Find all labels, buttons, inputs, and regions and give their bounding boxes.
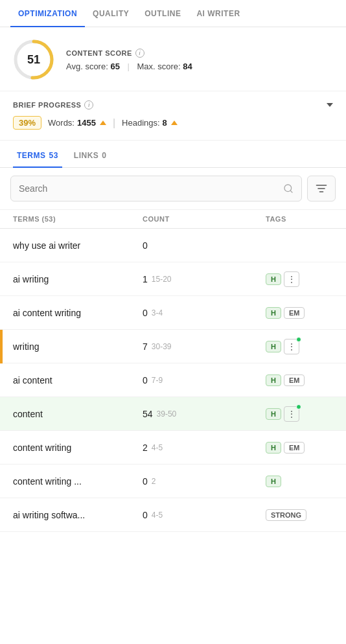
term-cell: why use ai writer (13, 240, 143, 251)
table-row: writing730-39H⋮ (0, 330, 346, 363)
term-cell: content (13, 409, 143, 419)
tag-em: EM (284, 307, 305, 319)
dots-menu-button[interactable]: ⋮ (284, 406, 299, 422)
nav-tabs: OPTIMIZATION QUALITY OUTLINE AI WRITER (0, 0, 346, 27)
brief-words-stat: Words: 1455 (48, 118, 106, 128)
tag-em: EM (284, 374, 305, 386)
table-row: content5439-50H⋮ (0, 397, 346, 431)
tags-cell: H⋮ (266, 271, 333, 287)
score-title: CONTENT SCORE i (66, 49, 333, 58)
count-cell: 04-5 (143, 510, 266, 520)
score-details: CONTENT SCORE i Avg. score: 65 | Max. sc… (66, 49, 333, 71)
tags-cell: STRONG (266, 509, 333, 521)
score-circle: 51 (13, 39, 54, 80)
score-number: 51 (27, 53, 40, 67)
brief-title: BRIEF PROGRESS i (13, 100, 93, 109)
tags-cell: H⋮ (266, 406, 333, 422)
table-row: ai writing115-20H⋮ (0, 262, 346, 296)
filter-button[interactable] (307, 176, 336, 201)
brief-progress-section: BRIEF PROGRESS i 39% Words: 1455 | Headi… (0, 91, 346, 141)
term-cell: content writing ... (13, 476, 143, 487)
tags-cell: H⋮ (266, 339, 333, 354)
table-row: ai content writing03-4HEM (0, 296, 346, 330)
svg-line-3 (290, 190, 292, 192)
tag-strong: STRONG (266, 509, 306, 521)
table-row: content writing ...02H (0, 465, 346, 498)
term-cell: writing (13, 341, 143, 352)
sub-tabs: TERMS 53 LINKS 0 (0, 143, 346, 168)
count-cell: 0 (143, 240, 266, 251)
tag-h: H (266, 273, 281, 285)
count-cell: 07-9 (143, 375, 266, 385)
tab-optimization[interactable]: OPTIMIZATION (10, 0, 85, 27)
table-row: why use ai writer0 (0, 229, 346, 262)
table-body: why use ai writer0ai writing115-20H⋮ai c… (0, 229, 346, 532)
brief-percentage-badge: 39% (13, 116, 41, 130)
headings-arrow-up-icon (171, 121, 178, 125)
sub-tab-links[interactable]: LINKS 0 (70, 143, 111, 168)
tab-outline[interactable]: OUTLINE (137, 0, 189, 27)
tag-h: H (266, 374, 281, 386)
brief-info-icon[interactable]: i (84, 100, 93, 109)
tag-h: H (266, 408, 281, 420)
term-cell: ai content writing (13, 308, 143, 318)
table-row: ai writing softwa...04-5STRONG (0, 498, 346, 532)
tag-h: H (266, 307, 281, 319)
col-header-terms: TERMS (53) (13, 215, 143, 223)
sub-tab-terms[interactable]: TERMS 53 (13, 143, 62, 168)
search-box (10, 176, 302, 201)
left-accent-bar (0, 330, 3, 363)
brief-headings-stat: Headings: 8 (122, 118, 178, 128)
search-icon (283, 183, 294, 194)
green-dot-indicator (296, 337, 301, 342)
count-cell: 24-5 (143, 443, 266, 453)
dots-menu-button[interactable]: ⋮ (284, 339, 299, 354)
count-cell: 730-39 (143, 341, 266, 352)
table-header: TERMS (53) COUNT TAGS (0, 210, 346, 229)
brief-stats: 39% Words: 1455 | Headings: 8 (13, 116, 333, 130)
count-cell: 02 (143, 476, 266, 487)
term-cell: content writing (13, 443, 143, 453)
tag-h: H (266, 476, 281, 487)
term-cell: ai writing (13, 274, 143, 284)
tag-em: EM (284, 442, 305, 454)
score-averages: Avg. score: 65 | Max. score: 84 (66, 62, 333, 71)
tags-cell: HEM (266, 307, 333, 319)
tags-cell: H (266, 476, 333, 487)
words-arrow-up-icon (100, 121, 106, 125)
tab-quality[interactable]: QUALITY (85, 0, 137, 27)
tags-cell: HEM (266, 442, 333, 454)
col-header-tags: TAGS (266, 215, 333, 223)
dots-menu-button[interactable]: ⋮ (284, 271, 299, 287)
search-input[interactable] (19, 183, 278, 194)
brief-collapse-icon[interactable] (327, 103, 333, 107)
term-cell: ai writing softwa... (13, 510, 143, 520)
content-score-info-icon[interactable]: i (135, 49, 144, 58)
content-score-section: 51 CONTENT SCORE i Avg. score: 65 | Max.… (0, 27, 346, 91)
tags-cell: HEM (266, 374, 333, 386)
col-header-count: COUNT (143, 215, 266, 223)
brief-header: BRIEF PROGRESS i (13, 100, 333, 109)
tab-ai-writer[interactable]: AI WRITER (189, 0, 248, 27)
search-row (0, 168, 346, 210)
count-cell: 115-20 (143, 274, 266, 284)
count-cell: 5439-50 (143, 409, 266, 419)
tag-h: H (266, 341, 281, 352)
term-cell: ai content (13, 375, 143, 385)
tag-h: H (266, 442, 281, 454)
green-dot-indicator (296, 404, 301, 409)
count-cell: 03-4 (143, 308, 266, 318)
table-row: ai content07-9HEM (0, 363, 346, 397)
table-row: content writing24-5HEM (0, 431, 346, 465)
